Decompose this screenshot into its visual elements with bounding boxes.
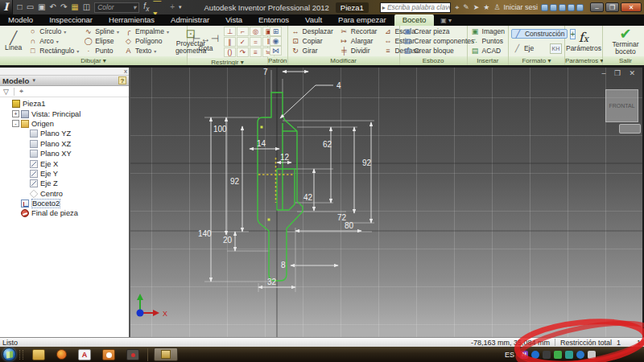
firefox-taskbar-icon[interactable] (56, 349, 67, 360)
texto-button[interactable]: ATexto▾ (122, 46, 171, 56)
tree-item-plano-xz[interactable]: Plano XZ (3, 139, 129, 149)
pat-rect-icon[interactable]: ⊞ (270, 27, 282, 36)
elipse-button[interactable]: ◯Elipse (82, 36, 121, 46)
recortar-button[interactable]: ✂Recortar (338, 27, 379, 36)
tree-expander-icon[interactable]: - (12, 120, 19, 127)
sign-in-link[interactable]: Iniciar sesi (503, 3, 538, 11)
open-file-icon[interactable]: ▭ (27, 1, 34, 14)
spline-button[interactable]: ∿Spline▾ (82, 27, 121, 36)
photo-app-taskbar-icon[interactable] (126, 349, 139, 360)
circulo-button[interactable]: ○Círculo▾ (27, 27, 80, 36)
explorer-taskbar-icon[interactable] (32, 349, 45, 360)
tab-boceto[interactable]: Boceto (394, 14, 435, 26)
punto-button[interactable]: ∙Punto (82, 46, 121, 56)
comm-center-icons[interactable] (541, 4, 584, 11)
new-file-icon[interactable]: □ (18, 1, 23, 14)
tree-item-boceto2[interactable]: Boceto2 (3, 199, 129, 208)
tree-item-eje-x[interactable]: Eje X (3, 158, 129, 168)
tab-vault[interactable]: Vault (297, 14, 330, 26)
imagen-button[interactable]: ▣Imagen (469, 27, 506, 36)
tree-item-eje-z[interactable]: Eje Z (3, 179, 129, 188)
crear-bloque-button[interactable]: ▥Crear bloque (402, 46, 477, 56)
crear-pieza-button[interactable]: ▣Crear pieza (402, 27, 477, 36)
help-pen-icon[interactable]: ✎ (463, 3, 469, 11)
tree-item-eje-y[interactable]: Eje Y (3, 169, 129, 179)
pat-circ-icon[interactable]: ◉ (270, 36, 282, 46)
para-icon[interactable]: ∥ (224, 37, 236, 47)
tray-icon-5[interactable] (576, 351, 584, 359)
find-icon[interactable]: ⌖ (19, 87, 23, 96)
tab-inspeccionar[interactable]: Inspeccionar (41, 14, 101, 26)
filter-icon[interactable]: ▽ (3, 88, 9, 96)
app-logo-icon[interactable]: I (0, 0, 13, 14)
sketch-update-icon[interactable]: ▦ (71, 1, 78, 14)
tree-item-pieza1[interactable]: Pieza1 (3, 99, 129, 109)
user-icon[interactable]: ♙ (493, 3, 500, 11)
browser-close-icon[interactable]: x (124, 68, 127, 75)
tang-icon[interactable]: ✓ (237, 37, 249, 47)
horiz-icon[interactable]: = (250, 37, 262, 47)
plus-icon[interactable]: + (170, 1, 175, 14)
tab-para-empezar[interactable]: Para empezar (330, 14, 394, 26)
panel-label-restringir[interactable]: Restringir ▾ (188, 58, 267, 65)
adobe-reader-taskbar-icon[interactable] (78, 349, 91, 360)
puntos-button[interactable]: ∴Puntos (469, 36, 506, 46)
fx-icon[interactable]: fx (143, 0, 149, 15)
rectangulo-button[interactable]: □Rectángulo▾ (27, 46, 80, 56)
dividir-button[interactable]: ╪Dividir (338, 46, 379, 56)
perp-icon[interactable]: ⊥ (224, 27, 236, 36)
conc-icon[interactable]: ◎ (250, 27, 262, 36)
tree-item-plano-xy[interactable]: Plano XY (3, 149, 129, 158)
eje-button[interactable]: ╱Eje (511, 43, 547, 53)
tree-item-centro[interactable]: Centro (3, 189, 129, 199)
tray-icon-2[interactable] (543, 351, 551, 359)
send-icon[interactable]: ➤ (473, 3, 480, 11)
start-button[interactable] (2, 348, 16, 361)
colin-icon[interactable]: ≡ (250, 47, 262, 57)
browser-header[interactable]: Modelo ▼ ? (0, 76, 129, 86)
panel-label-dibujar[interactable]: Dibujar ▾ (0, 56, 187, 65)
tray-icon-4[interactable] (565, 351, 573, 359)
tab-vista[interactable]: Vista (217, 14, 250, 26)
tree-item-final-de-pieza[interactable]: Final de pieza (3, 208, 129, 218)
browser-help-icon[interactable]: ? (118, 76, 126, 84)
color-dropdown[interactable]: Color▾ (94, 2, 139, 13)
browser-dropdown-icon[interactable]: ▼ (31, 78, 36, 83)
crear-componentes-button[interactable]: ▤Crear componentes (402, 36, 477, 46)
tray-icon-3[interactable] (554, 351, 562, 359)
acad-button[interactable]: ▤ACAD (469, 46, 506, 56)
tab-entornos[interactable]: Entornos (250, 14, 297, 26)
copiar-button[interactable]: ⊡Copiar (290, 36, 335, 46)
arco-button[interactable]: ∩Arco▾ (27, 36, 80, 46)
tree-item-vista-principal[interactable]: +Vista: Principal (3, 109, 129, 118)
linea-button[interactable]: ╱ Línea (2, 27, 25, 56)
restore-button[interactable]: ❐ (605, 2, 619, 12)
pat-mirror-icon[interactable]: ⋈ (270, 46, 282, 56)
media-app-taskbar-icon[interactable] (102, 349, 115, 360)
dim-format-button[interactable]: KH (550, 43, 562, 54)
sym-icon[interactable]: () (224, 47, 236, 57)
undo-icon[interactable]: ↶ (50, 1, 56, 14)
tray-icon-1[interactable] (531, 351, 539, 359)
doc-tab-icon[interactable]: ▣ ▾ (440, 17, 452, 26)
girar-button[interactable]: ↻Girar (290, 46, 335, 56)
tab-herramientas[interactable]: Herramientas (101, 14, 163, 26)
select-icon[interactable]: ◫ (83, 1, 90, 14)
language-indicator[interactable]: ES (505, 351, 514, 359)
help-search[interactable]: ▸ (380, 2, 451, 13)
redo-icon[interactable]: ↷ (60, 1, 67, 14)
empalme-button[interactable]: ╭Empalme▾ (122, 27, 171, 36)
qat-more-icon[interactable]: ▾ (179, 1, 182, 14)
search-icon[interactable]: ⌖ (455, 3, 459, 12)
parametros-button[interactable]: fx Parámetros (563, 27, 605, 56)
search-input[interactable] (387, 3, 450, 11)
terminar-boceto-button[interactable]: ✔ Terminar boceto (605, 27, 644, 56)
construccion-toggle[interactable]: ╱Construcción (511, 29, 568, 39)
smooth-icon[interactable]: ↷ (237, 47, 249, 57)
panel-label-formato[interactable]: Formato ▾ (509, 56, 564, 65)
tray-icon-6[interactable] (588, 351, 596, 359)
alargar-button[interactable]: ↦Alargar (338, 36, 379, 46)
tab-administrar[interactable]: Administrar (163, 14, 217, 26)
save-icon[interactable]: ▣ (38, 1, 45, 14)
desplazar-button[interactable]: ↔Desplazar (290, 27, 335, 36)
